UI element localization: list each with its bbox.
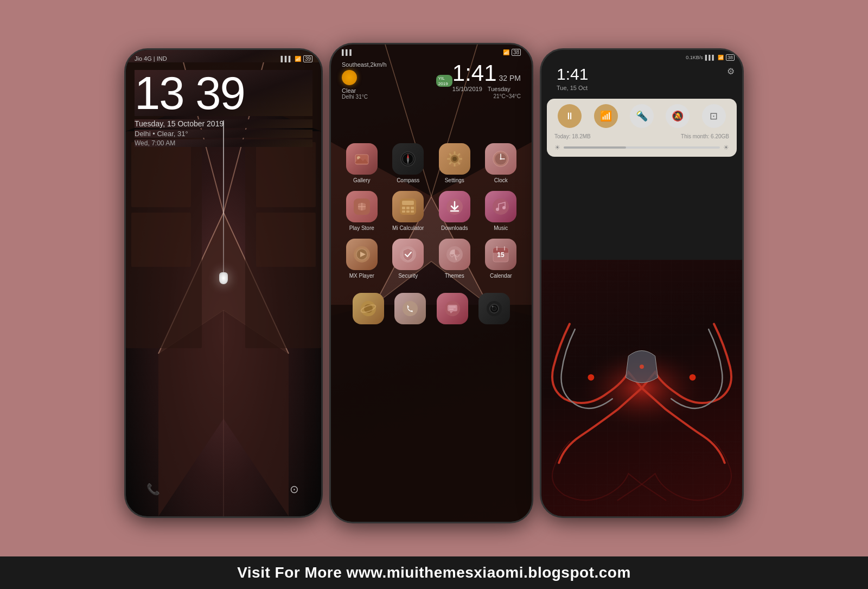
- playstore-label: Play Store: [349, 225, 374, 231]
- dock-planet[interactable]: [353, 293, 384, 324]
- app-calculator[interactable]: Mi Calculator: [387, 191, 430, 231]
- calculator-svg: [399, 197, 417, 216]
- gallery-icon[interactable]: [346, 143, 378, 175]
- app-compass[interactable]: Compass: [387, 143, 430, 183]
- yil-text: YIL 2019: [438, 76, 448, 86]
- app-gallery[interactable]: Gallery: [341, 143, 383, 183]
- security-icon[interactable]: [392, 239, 424, 270]
- svg-rect-6: [131, 142, 191, 207]
- app-music[interactable]: Music: [480, 191, 522, 231]
- app-grid: Gallery: [331, 136, 532, 286]
- svg-point-33: [452, 157, 457, 161]
- clock-svg: [492, 150, 510, 168]
- brightness-low-icon: ☀: [554, 144, 560, 151]
- svg-point-59: [496, 208, 499, 211]
- center-wifi-icon: 📶: [503, 49, 509, 55]
- sound-button[interactable]: 🔕: [666, 104, 690, 128]
- calculator-icon[interactable]: [392, 191, 424, 222]
- left-clock: 13 39: [135, 70, 312, 116]
- right-phone-content: 0.1KB/s ▌▌▌ 📶 38 1:41 Tue, 15 Oct ⚙: [541, 50, 742, 160]
- right-status-bar: 0.1KB/s ▌▌▌ 📶 38: [541, 50, 742, 63]
- svg-rect-54: [406, 210, 410, 213]
- svg-point-58: [493, 199, 509, 215]
- today-data: Today: 18.2MB: [554, 133, 591, 139]
- calendar-icon[interactable]: 15: [485, 239, 516, 270]
- clock-icon[interactable]: [485, 143, 516, 175]
- dock-camera[interactable]: [478, 293, 510, 324]
- camera-icon[interactable]: [478, 293, 510, 324]
- weather-city-temp: Delhi 31°C: [342, 94, 436, 100]
- svg-rect-38: [454, 164, 455, 167]
- battery-icon: 39: [303, 55, 312, 62]
- right-phone-frame: 0.1KB/s ▌▌▌ 📶 38 1:41 Tue, 15 Oct ⚙: [541, 50, 742, 516]
- left-phone-frame: Jio 4G | IND ▌▌▌ 📶 39 13 39 Tuesday, 15 …: [126, 50, 321, 516]
- settings-gear-icon[interactable]: ⚙: [727, 64, 735, 76]
- fingerprint-icon[interactable]: ⊙: [283, 478, 305, 500]
- svg-point-86: [492, 306, 494, 308]
- compass-svg: [399, 150, 417, 168]
- app-themes[interactable]: Themes: [433, 239, 476, 279]
- signal-icon: ▌▌▌: [281, 56, 292, 62]
- downloads-label: Downloads: [441, 225, 468, 231]
- right-wifi-icon: 📶: [718, 55, 724, 60]
- pendant-light: [219, 120, 228, 284]
- yil-badge-container: YIL 2019: [436, 75, 452, 87]
- security-svg: [399, 245, 417, 264]
- app-security[interactable]: Security: [387, 239, 430, 279]
- left-status-bar: Jio 4G | IND ▌▌▌ 📶 39: [126, 50, 321, 62]
- yil-badge: YIL 2019: [436, 75, 452, 87]
- left-phone-wrapper: Jio 4G | IND ▌▌▌ 📶 39 13 39 Tuesday, 15 …: [126, 50, 321, 516]
- left-phone-content: Jio 4G | IND ▌▌▌ 📶 39 13 39 Tuesday, 15 …: [126, 50, 321, 150]
- app-mxplayer[interactable]: MX Player: [341, 239, 383, 279]
- status-icons: ▌▌▌ 📶 39: [281, 55, 312, 62]
- svg-rect-51: [406, 207, 410, 209]
- center-signal: ▌▌▌: [342, 49, 353, 55]
- compass-icon[interactable]: [392, 143, 424, 175]
- carrier-label: Jio 4G | IND: [135, 55, 167, 62]
- phone-dock-icon[interactable]: [394, 293, 426, 324]
- security-label: Security: [398, 273, 418, 279]
- music-icon[interactable]: [485, 191, 516, 222]
- svg-rect-34: [454, 151, 455, 154]
- pendant-cord: [223, 120, 224, 272]
- settings-icon[interactable]: [439, 143, 470, 175]
- svg-rect-9: [256, 142, 316, 207]
- right-phone-wrapper: 0.1KB/s ▌▌▌ 📶 38 1:41 Tue, 15 Oct ⚙: [541, 50, 742, 516]
- app-calendar[interactable]: 15 Calendar: [480, 239, 522, 279]
- svg-rect-7: [131, 213, 191, 267]
- app-settings[interactable]: Settings: [433, 143, 476, 183]
- app-clock[interactable]: Clock: [480, 143, 522, 183]
- center-ampm: 32 PM: [499, 74, 521, 82]
- brightness-slider[interactable]: ☀ ☀: [554, 144, 729, 151]
- planet-icon[interactable]: [353, 293, 384, 324]
- mxplayer-icon[interactable]: [346, 239, 378, 270]
- svg-point-60: [502, 206, 506, 209]
- playstore-icon[interactable]: [346, 191, 378, 222]
- app-downloads[interactable]: Downloads: [433, 191, 476, 231]
- pause-button[interactable]: ⏸: [558, 104, 582, 128]
- wifi-toggle-button[interactable]: 📶: [594, 104, 618, 128]
- gallery-label: Gallery: [353, 177, 371, 183]
- gallery-svg: [353, 150, 371, 168]
- dock-phone[interactable]: [394, 293, 426, 324]
- themes-svg: [445, 245, 464, 264]
- screen-button[interactable]: ⊡: [702, 104, 726, 128]
- downloads-icon[interactable]: [439, 191, 470, 222]
- svg-rect-10: [256, 213, 316, 267]
- svg-point-46: [500, 158, 502, 160]
- app-dock: [331, 286, 532, 335]
- dock-messages[interactable]: [437, 293, 468, 324]
- brightness-track[interactable]: [564, 146, 720, 149]
- phone-icon[interactable]: 📞: [142, 478, 164, 500]
- calculator-label: Mi Calculator: [392, 225, 424, 231]
- svg-rect-50: [402, 207, 405, 209]
- month-data: This month: 6.20GB: [681, 133, 729, 139]
- weather-right-panel: 1:41 32 PM 15/10/2019 Tuesday 21°C~34°C: [452, 62, 521, 99]
- app-playstore[interactable]: Play Store: [341, 191, 383, 231]
- center-phone-frame: ▌▌▌ 📶 38 Southeast,2km/h Clear: [331, 44, 532, 522]
- messages-icon[interactable]: [437, 293, 468, 324]
- right-signal: ▌▌▌: [705, 55, 716, 60]
- footer-text: Visit For More www.miuithemesxiaomi.blog…: [237, 564, 631, 581]
- themes-icon[interactable]: [439, 239, 470, 270]
- flashlight-button[interactable]: 🔦: [630, 104, 654, 128]
